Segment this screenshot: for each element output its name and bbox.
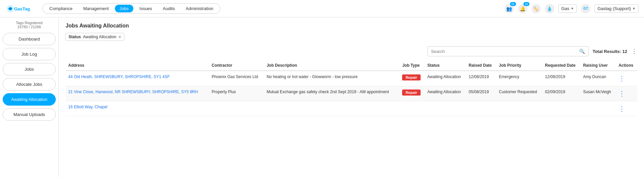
top-navigation: GasTag Compliance Management Jobs Issues…	[0, 0, 644, 17]
address-link[interactable]: 16 Elliott Way, Chapel	[68, 105, 108, 109]
search-icon: 🔍	[579, 49, 585, 54]
cell-raising-user	[581, 101, 616, 116]
tags-registered-info: Tags Registered 15783 / 21266	[16, 21, 43, 29]
nav-links: Compliance Management Jobs Issues Audits…	[42, 3, 220, 14]
table-row: 16 Elliott Way, Chapel ⋮	[66, 101, 637, 116]
cell-requested-date: 02/09/2019	[542, 86, 580, 101]
col-job-description: Job Description	[264, 60, 400, 71]
col-address: Address	[66, 60, 209, 71]
tag-notification-button[interactable]: 🏷️	[531, 4, 541, 13]
search-input[interactable]	[431, 49, 579, 54]
sidebar-item-dashboard[interactable]: Dashboard	[3, 33, 56, 45]
page-title: Jobs Awaiting Allocation	[66, 23, 637, 29]
cell-contractor: Phoenix Gas Services Ltd	[209, 71, 264, 86]
sidebar-item-jobs[interactable]: Jobs	[3, 63, 56, 75]
col-job-priority: Job Priority	[496, 60, 542, 71]
job-type-badge: Repair	[402, 74, 420, 80]
filter-status-label: Status	[69, 35, 81, 39]
row-actions-button[interactable]: ⋮	[618, 105, 625, 112]
search-results-row: 🔍 Total Results: 12 ⋮	[66, 46, 637, 56]
users-badge: 31	[510, 2, 516, 6]
svg-text:GasTag: GasTag	[14, 6, 30, 11]
table-row: 44 Old Heath, SHREWSBURY, SHROPSHIRE, SY…	[66, 71, 637, 86]
table-options-icon[interactable]: ⋮	[631, 48, 637, 55]
cell-requested-date: 12/08/2019	[542, 71, 580, 86]
sidebar-item-awaiting-allocation[interactable]: Awaiting Allocation	[3, 93, 56, 106]
nav-compliance[interactable]: Compliance	[45, 5, 77, 12]
job-type-badge: Repair	[402, 90, 420, 96]
cell-raising-user: Susan McVeigh	[581, 86, 616, 101]
cell-actions: ⋮	[616, 71, 637, 86]
cell-status: Awaiting Allocation	[425, 86, 466, 101]
cell-job-type	[399, 101, 425, 116]
water-drop-icon: 💧	[545, 4, 554, 13]
sidebar-item-manual-uploads[interactable]: Manual Uploads	[3, 108, 56, 121]
col-status: Status	[425, 60, 466, 71]
cell-priority: Customer Requested	[496, 86, 542, 101]
col-raised-date: Raised Date	[466, 60, 496, 71]
sidebar: Tags Registered 15783 / 21266 Dashboard …	[0, 17, 59, 177]
user-dropdown[interactable]: Gastag (Support) ▼	[594, 4, 639, 13]
cell-actions: ⋮	[616, 86, 637, 101]
row-actions-button[interactable]: ⋮	[618, 75, 625, 82]
cell-status	[425, 101, 466, 116]
cell-raised-date	[466, 101, 496, 116]
filter-status-value: Awaiting Allocation	[83, 35, 117, 39]
gas-dropdown[interactable]: Gas ▼	[558, 4, 577, 13]
col-raising-user: Raising User	[581, 60, 616, 71]
address-link[interactable]: 21 Vine Close, Hanwood, NR SHREWSBURY, S…	[68, 90, 198, 94]
status-filter-tag: Status Awaiting Allocation ×	[66, 33, 124, 41]
cell-address: 16 Elliott Way, Chapel	[66, 101, 209, 116]
cell-description	[264, 101, 400, 116]
cell-priority: Emergency	[496, 71, 542, 86]
cell-raised-date: 05/08/2019	[466, 86, 496, 101]
cell-requested-date	[542, 101, 580, 116]
nav-administration[interactable]: Administration	[181, 5, 218, 12]
nav-right: 👥 31 🔔 16 🏷️ 💧 Gas ▼ GT Gastag (Support)…	[505, 4, 639, 13]
jobs-table: Address Contractor Job Description Job T…	[66, 60, 637, 116]
cell-raising-user: Amy Duncan	[581, 71, 616, 86]
sidebar-item-allocate-jobs[interactable]: Allocate Jobs	[3, 78, 56, 91]
cell-description: No heating or hot water - Glowworm - low…	[264, 71, 400, 86]
cell-raised-date: 12/08/2019	[466, 71, 496, 86]
cell-job-type: Repair	[399, 86, 425, 101]
filter-remove-button[interactable]: ×	[119, 35, 121, 39]
cell-job-type: Repair	[399, 71, 425, 86]
cell-contractor	[209, 101, 264, 116]
search-box[interactable]: 🔍	[427, 46, 589, 56]
nav-jobs[interactable]: Jobs	[115, 5, 133, 12]
nav-issues[interactable]: Issues	[135, 5, 157, 12]
cell-status: Awaiting Allocation	[425, 71, 466, 86]
bell-notification-button[interactable]: 🔔 16	[518, 4, 527, 13]
bell-badge: 16	[523, 2, 529, 6]
total-results: Total Results: 12	[593, 49, 627, 54]
address-link[interactable]: 44 Old Heath, SHREWSBURY, SHROPSHIRE, SY…	[68, 74, 170, 79]
col-contractor: Contractor	[209, 60, 264, 71]
nav-management[interactable]: Management	[79, 5, 114, 12]
cell-address: 21 Vine Close, Hanwood, NR SHREWSBURY, S…	[66, 86, 209, 101]
col-actions: Actions	[616, 60, 637, 71]
col-job-type: Job Type	[399, 60, 425, 71]
cell-actions: ⋮	[616, 101, 637, 116]
row-actions-button[interactable]: ⋮	[618, 90, 625, 97]
logo: GasTag	[5, 3, 36, 15]
main-content: Jobs Awaiting Allocation Status Awaiting…	[59, 17, 644, 177]
gastag-logo-small-icon: GT	[581, 4, 590, 13]
table-row: 21 Vine Close, Hanwood, NR SHREWSBURY, S…	[66, 86, 637, 101]
cell-priority	[496, 101, 542, 116]
sidebar-item-job-log[interactable]: Job Log	[3, 48, 56, 60]
cell-contractor: Property Plus	[209, 86, 264, 101]
filter-row: Status Awaiting Allocation ×	[66, 33, 637, 41]
col-requested-date: Requested Date	[542, 60, 580, 71]
cell-address: 44 Old Heath, SHREWSBURY, SHROPSHIRE, SY…	[66, 71, 209, 86]
cell-description: Mutual Exchange gas safety check 2nd Sep…	[264, 86, 400, 101]
users-notification-button[interactable]: 👥 31	[505, 4, 514, 13]
nav-audits[interactable]: Audits	[158, 5, 180, 12]
